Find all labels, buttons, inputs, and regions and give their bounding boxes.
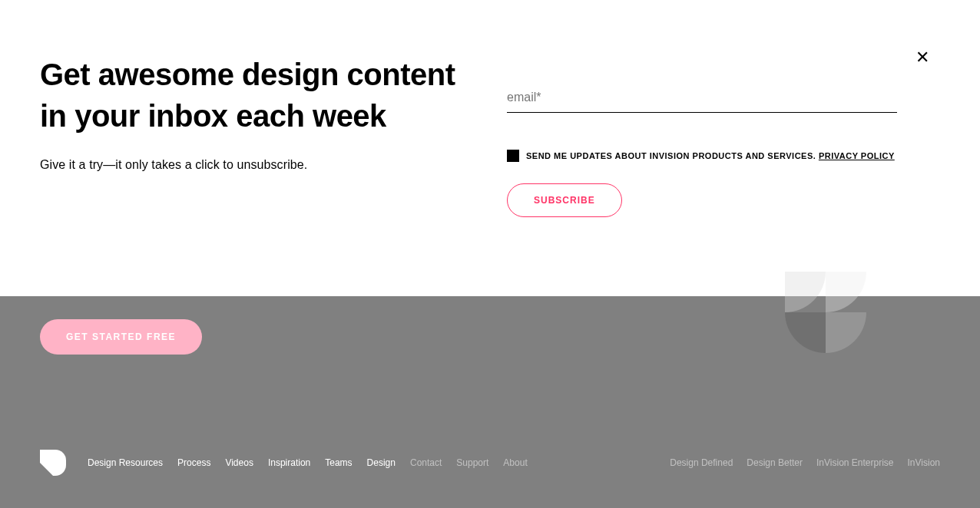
privacy-policy-link[interactable]: PRIVACY POLICY bbox=[819, 151, 895, 160]
modal-subtext: Give it a try—it only takes a click to u… bbox=[40, 158, 461, 172]
nav-about[interactable]: About bbox=[503, 457, 527, 468]
nav-invision-enterprise[interactable]: InVision Enterprise bbox=[816, 457, 894, 468]
subscribe-button[interactable]: SUBSCRIBE bbox=[507, 183, 622, 217]
footer: Design Resources Process Videos Inspirat… bbox=[0, 419, 980, 508]
brand-mark-icon bbox=[785, 272, 866, 353]
nav-support[interactable]: Support bbox=[456, 457, 488, 468]
modal-right-column: SEND ME UPDATES ABOUT INVISION PRODUCTS … bbox=[507, 54, 940, 235]
footer-nav-primary: Design Resources Process Videos Inspirat… bbox=[88, 457, 528, 468]
footer-nav-right: Design Defined Design Better InVision En… bbox=[670, 457, 940, 468]
nav-design[interactable]: Design bbox=[367, 457, 396, 468]
close-icon[interactable]: ✕ bbox=[915, 52, 928, 64]
footer-left: Design Resources Process Videos Inspirat… bbox=[40, 450, 528, 476]
consent-checkbox[interactable] bbox=[507, 150, 519, 162]
modal-left-column: Get awesome design content in your inbox… bbox=[40, 54, 461, 235]
nav-teams[interactable]: Teams bbox=[325, 457, 352, 468]
get-started-button[interactable]: GET STARTED FREE bbox=[40, 319, 202, 355]
nav-contact[interactable]: Contact bbox=[410, 457, 442, 468]
nav-videos[interactable]: Videos bbox=[225, 457, 253, 468]
email-field[interactable] bbox=[507, 83, 897, 113]
nav-design-better[interactable]: Design Better bbox=[747, 457, 803, 468]
nav-invision[interactable]: InVision bbox=[908, 457, 940, 468]
footer-logo-icon bbox=[40, 450, 66, 476]
consent-text: SEND ME UPDATES ABOUT INVISION PRODUCTS … bbox=[526, 151, 895, 160]
newsletter-modal: Get awesome design content in your inbox… bbox=[0, 0, 980, 296]
nav-design-resources[interactable]: Design Resources bbox=[88, 457, 163, 468]
consent-label: SEND ME UPDATES ABOUT INVISION PRODUCTS … bbox=[526, 151, 816, 160]
nav-inspiration[interactable]: Inspiration bbox=[268, 457, 310, 468]
nav-process[interactable]: Process bbox=[177, 457, 210, 468]
nav-design-defined[interactable]: Design Defined bbox=[670, 457, 733, 468]
modal-heading: Get awesome design content in your inbox… bbox=[40, 54, 461, 137]
consent-row: SEND ME UPDATES ABOUT INVISION PRODUCTS … bbox=[507, 150, 897, 162]
cta-section: GET STARTED FREE bbox=[0, 296, 980, 419]
